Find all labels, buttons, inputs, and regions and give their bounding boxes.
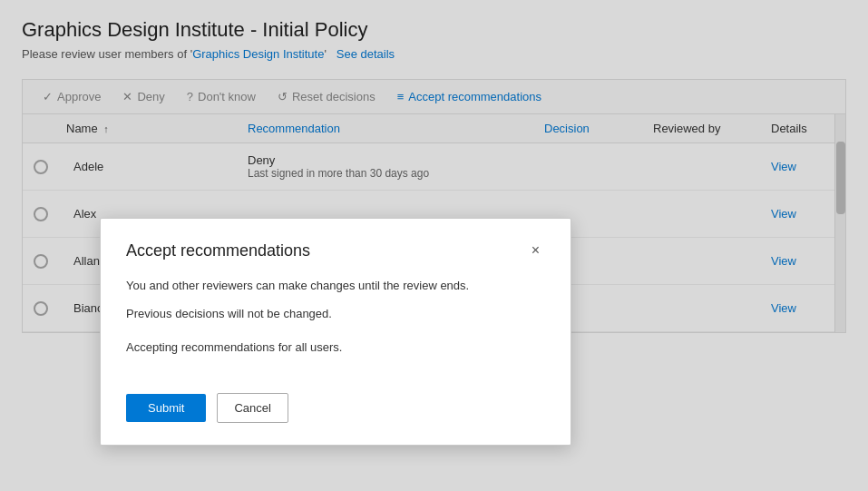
- modal-close-button[interactable]: ×: [526, 241, 545, 260]
- submit-button[interactable]: Submit: [126, 394, 206, 422]
- modal-line3: Accepting recommendations for all users.: [126, 339, 545, 358]
- modal-line2: Previous decisions will not be changed.: [126, 305, 545, 324]
- page-container: Graphics Design Institute - Initial Poli…: [0, 0, 868, 491]
- modal-line1: You and other reviewers can make changes…: [126, 277, 545, 296]
- modal-footer: Submit Cancel: [126, 393, 545, 423]
- modal-body: You and other reviewers can make changes…: [126, 277, 545, 357]
- modal-title: Accept recommendations: [126, 241, 310, 260]
- accept-recommendations-modal: Accept recommendations × You and other r…: [100, 218, 571, 446]
- modal-header: Accept recommendations ×: [126, 241, 545, 260]
- cancel-button[interactable]: Cancel: [217, 393, 288, 423]
